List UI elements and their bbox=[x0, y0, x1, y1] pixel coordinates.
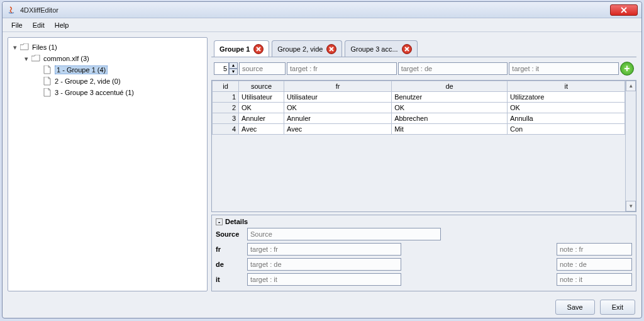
translations-table[interactable]: id source fr de it 1UtilisateurUtilisate… bbox=[212, 81, 625, 135]
col-it[interactable]: it bbox=[508, 81, 625, 92]
tab[interactable]: Groupe 3 acc... bbox=[345, 40, 417, 57]
tree-toggle-icon[interactable]: ▾ bbox=[23, 55, 30, 63]
window-title: 4DXliffEditor bbox=[20, 6, 610, 14]
id-spinner-input[interactable] bbox=[214, 62, 229, 75]
translations-table-wrap: id source fr de it 1UtilisateurUtilisate… bbox=[211, 80, 636, 212]
table-row[interactable]: 1UtilisateurUtilisateurBenutzerUtilizzat… bbox=[213, 92, 625, 103]
tab-close-icon[interactable] bbox=[253, 44, 264, 54]
new-it-input[interactable] bbox=[509, 62, 619, 75]
right-panel: Groupe 1Groupe 2, videGroupe 3 acc... ▲ … bbox=[211, 37, 636, 291]
new-entry-row: ▲ ▼ + bbox=[211, 60, 636, 77]
app-window: 4DXliffEditor File Edit Help ▾ Files (1)… bbox=[2, 1, 642, 318]
details-collapse-icon[interactable]: - bbox=[216, 218, 223, 225]
col-fr[interactable]: fr bbox=[284, 81, 392, 92]
menubar: File Edit Help bbox=[3, 18, 641, 32]
col-source[interactable]: source bbox=[239, 81, 284, 92]
details-label: it bbox=[216, 276, 243, 283]
menu-edit[interactable]: Edit bbox=[28, 20, 50, 31]
table-row[interactable]: 4AvecAvecMitCon bbox=[213, 124, 625, 135]
details-panel: - Details Sourcefrdeit bbox=[211, 215, 636, 291]
vertical-scrollbar[interactable]: ▲ ▼ bbox=[625, 81, 636, 211]
tab-close-icon[interactable] bbox=[402, 44, 412, 54]
details-input[interactable] bbox=[247, 258, 401, 271]
scroll-up-icon[interactable]: ▲ bbox=[626, 81, 636, 91]
tree-item[interactable]: 2 - Groupe 2, vide (0) bbox=[35, 76, 203, 87]
id-spinner[interactable]: ▲ ▼ bbox=[214, 62, 238, 75]
file-icon bbox=[42, 88, 52, 97]
tree-panel: ▾ Files (1) ▾ common.xlf (3) 1 - Groupe … bbox=[8, 37, 208, 291]
details-row: de bbox=[216, 258, 632, 271]
tab-label: Groupe 2, vide bbox=[277, 45, 323, 53]
tree-file[interactable]: ▾ common.xlf (3) bbox=[23, 53, 203, 64]
tab-close-icon[interactable] bbox=[326, 44, 336, 54]
new-de-input[interactable] bbox=[398, 62, 508, 75]
details-input[interactable] bbox=[247, 228, 441, 240]
details-label: de bbox=[216, 261, 243, 268]
save-button[interactable]: Save bbox=[555, 300, 595, 315]
tabs-row: Groupe 1Groupe 2, videGroupe 3 acc... bbox=[211, 37, 636, 57]
details-row: it bbox=[216, 273, 632, 286]
details-label: fr bbox=[216, 245, 243, 253]
tab[interactable]: Groupe 2, vide bbox=[272, 40, 342, 57]
exit-button[interactable]: Exit bbox=[600, 300, 635, 315]
details-row: fr bbox=[216, 243, 632, 256]
tree-item[interactable]: 3 - Groupe 3 accentué (1) bbox=[35, 87, 203, 98]
titlebar[interactable]: 4DXliffEditor bbox=[3, 2, 641, 18]
new-fr-input[interactable] bbox=[287, 62, 397, 75]
details-label: Source bbox=[216, 230, 243, 238]
menu-help[interactable]: Help bbox=[50, 20, 74, 31]
content-area: ▾ Files (1) ▾ common.xlf (3) 1 - Groupe … bbox=[3, 32, 641, 296]
file-icon bbox=[42, 77, 52, 86]
window-close-button[interactable] bbox=[610, 4, 638, 16]
col-de[interactable]: de bbox=[392, 81, 508, 92]
file-icon bbox=[42, 65, 52, 74]
footer: Save Exit bbox=[3, 296, 641, 318]
details-input[interactable] bbox=[247, 273, 401, 286]
details-note-input[interactable] bbox=[557, 273, 632, 286]
menu-file[interactable]: File bbox=[6, 20, 28, 31]
new-source-input[interactable] bbox=[239, 62, 286, 75]
spinner-down-icon[interactable]: ▼ bbox=[229, 69, 238, 75]
scroll-down-icon[interactable]: ▼ bbox=[626, 201, 636, 211]
details-title: Details bbox=[225, 218, 248, 225]
details-row: Source bbox=[216, 228, 632, 240]
add-button[interactable]: + bbox=[620, 62, 634, 76]
folder-icon bbox=[31, 54, 41, 63]
tree-root[interactable]: ▾ Files (1) bbox=[12, 42, 203, 53]
tab-label: Groupe 1 bbox=[219, 45, 250, 53]
spinner-up-icon[interactable]: ▲ bbox=[229, 62, 238, 69]
details-note-input[interactable] bbox=[557, 243, 632, 256]
tree-toggle-icon[interactable]: ▾ bbox=[12, 43, 18, 52]
table-row[interactable]: 2OKOKOKOK bbox=[213, 103, 625, 113]
tab[interactable]: Groupe 1 bbox=[214, 40, 269, 57]
details-note-input[interactable] bbox=[557, 258, 632, 271]
details-input[interactable] bbox=[247, 243, 401, 256]
col-id[interactable]: id bbox=[213, 81, 239, 92]
folder-icon bbox=[19, 43, 30, 52]
tree-item[interactable]: 1 - Groupe 1 (4) bbox=[35, 64, 203, 76]
tab-label: Groupe 3 acc... bbox=[350, 45, 397, 53]
table-row[interactable]: 3AnnulerAnnulerAbbrechenAnnulla bbox=[213, 113, 625, 124]
java-icon bbox=[6, 5, 16, 15]
